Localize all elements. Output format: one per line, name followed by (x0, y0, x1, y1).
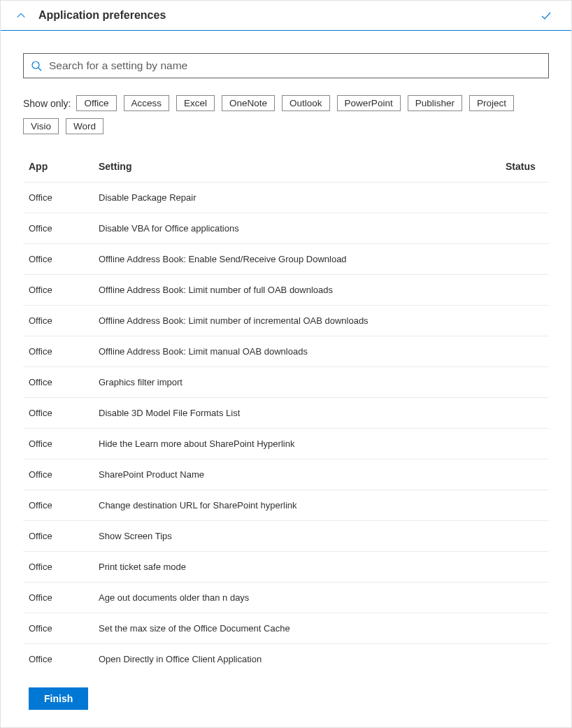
filter-office[interactable]: Office (76, 95, 116, 111)
cell-setting: Print ticket safe mode (93, 552, 500, 583)
search-box[interactable] (23, 53, 549, 78)
filter-row: Show only: Office Access Excel OneNote O… (23, 95, 549, 134)
filter-label: Show only: (23, 98, 71, 109)
cell-status (500, 275, 549, 306)
cell-status (500, 398, 549, 429)
cell-setting: Disable Package Repair (93, 183, 500, 213)
cell-setting: Show Screen Tips (93, 521, 500, 552)
cell-status (500, 521, 549, 552)
table-row[interactable]: OfficeSet the max size of the Office Doc… (23, 613, 549, 644)
cell-app: Office (23, 459, 93, 490)
cell-app: Office (23, 398, 93, 429)
cell-status (500, 429, 549, 459)
table-row[interactable]: OfficeOpen Directly in Office Client App… (23, 644, 549, 670)
table-row[interactable]: OfficeSharePoint Product Name (23, 459, 549, 490)
cell-status (500, 367, 549, 398)
cell-setting: Graphics filter import (93, 367, 500, 398)
cell-status (500, 613, 549, 644)
cell-app: Office (23, 490, 93, 521)
check-icon[interactable] (541, 10, 552, 21)
cell-app: Office (23, 583, 93, 613)
settings-table: App Setting Status OfficeDisable Package… (23, 151, 549, 669)
cell-setting: Offline Address Book: Limit manual OAB d… (93, 336, 500, 367)
filter-publisher[interactable]: Publisher (408, 95, 462, 111)
table-row[interactable]: OfficeAge out documents older than n day… (23, 583, 549, 613)
cell-status (500, 183, 549, 213)
cell-app: Office (23, 644, 93, 670)
cell-setting: Disable 3D Model File Formats List (93, 398, 500, 429)
filter-visio[interactable]: Visio (23, 118, 59, 134)
table-row[interactable]: OfficeOffline Address Book: Enable Send/… (23, 244, 549, 275)
cell-setting: Change destination URL for SharePoint hy… (93, 490, 500, 521)
cell-app: Office (23, 552, 93, 583)
cell-app: Office (23, 244, 93, 275)
search-icon (31, 60, 42, 71)
col-setting[interactable]: Setting (93, 151, 500, 183)
cell-setting: Offline Address Book: Limit number of in… (93, 306, 500, 336)
cell-setting: Open Directly in Office Client Applicati… (93, 644, 500, 670)
cell-status (500, 459, 549, 490)
settings-table-container[interactable]: App Setting Status OfficeDisable Package… (23, 151, 549, 669)
col-status[interactable]: Status (500, 151, 549, 183)
filter-outlook[interactable]: Outlook (282, 95, 330, 111)
cell-app: Office (23, 336, 93, 367)
cell-status (500, 644, 549, 670)
cell-app: Office (23, 183, 93, 213)
cell-status (500, 490, 549, 521)
cell-setting: Set the max size of the Office Document … (93, 613, 500, 644)
table-row[interactable]: OfficeDisable Package Repair (23, 183, 549, 213)
table-row[interactable]: OfficeDisable VBA for Office application… (23, 213, 549, 244)
table-row[interactable]: OfficeShow Screen Tips (23, 521, 549, 552)
panel-header: Application preferences (1, 1, 571, 31)
finish-button[interactable]: Finish (29, 687, 88, 710)
filter-word[interactable]: Word (66, 118, 103, 134)
cell-app: Office (23, 213, 93, 244)
chevron-up-icon[interactable] (16, 10, 26, 20)
panel-body: Show only: Office Access Excel OneNote O… (1, 31, 571, 724)
cell-app: Office (23, 275, 93, 306)
table-row[interactable]: OfficeDisable 3D Model File Formats List (23, 398, 549, 429)
cell-app: Office (23, 306, 93, 336)
table-row[interactable]: OfficeOffline Address Book: Limit number… (23, 306, 549, 336)
footer: Finish (23, 683, 549, 710)
cell-app: Office (23, 429, 93, 459)
cell-app: Office (23, 613, 93, 644)
filter-powerpoint[interactable]: PowerPoint (337, 95, 401, 111)
filter-onenote[interactable]: OneNote (222, 95, 275, 111)
cell-status (500, 306, 549, 336)
cell-status (500, 336, 549, 367)
cell-setting: Disable VBA for Office applications (93, 213, 500, 244)
cell-setting: Age out documents older than n days (93, 583, 500, 613)
cell-setting: Offline Address Book: Enable Send/Receiv… (93, 244, 500, 275)
filter-project[interactable]: Project (469, 95, 514, 111)
table-row[interactable]: OfficeGraphics filter import (23, 367, 549, 398)
filter-excel[interactable]: Excel (176, 95, 215, 111)
table-row[interactable]: OfficePrint ticket safe mode (23, 552, 549, 583)
cell-status (500, 552, 549, 583)
cell-app: Office (23, 367, 93, 398)
cell-status (500, 213, 549, 244)
table-row[interactable]: OfficeOffline Address Book: Limit manual… (23, 336, 549, 367)
panel-title: Application preferences (38, 9, 541, 22)
cell-status (500, 244, 549, 275)
table-row[interactable]: OfficeHide the Learn more about SharePoi… (23, 429, 549, 459)
search-input[interactable] (42, 59, 541, 72)
cell-setting: SharePoint Product Name (93, 459, 500, 490)
svg-point-0 (32, 62, 39, 69)
cell-status (500, 583, 549, 613)
cell-app: Office (23, 521, 93, 552)
filter-access[interactable]: Access (124, 95, 170, 111)
table-row[interactable]: OfficeOffline Address Book: Limit number… (23, 275, 549, 306)
table-row[interactable]: OfficeChange destination URL for SharePo… (23, 490, 549, 521)
cell-setting: Offline Address Book: Limit number of fu… (93, 275, 500, 306)
cell-setting: Hide the Learn more about SharePoint Hyp… (93, 429, 500, 459)
col-app[interactable]: App (23, 151, 93, 183)
